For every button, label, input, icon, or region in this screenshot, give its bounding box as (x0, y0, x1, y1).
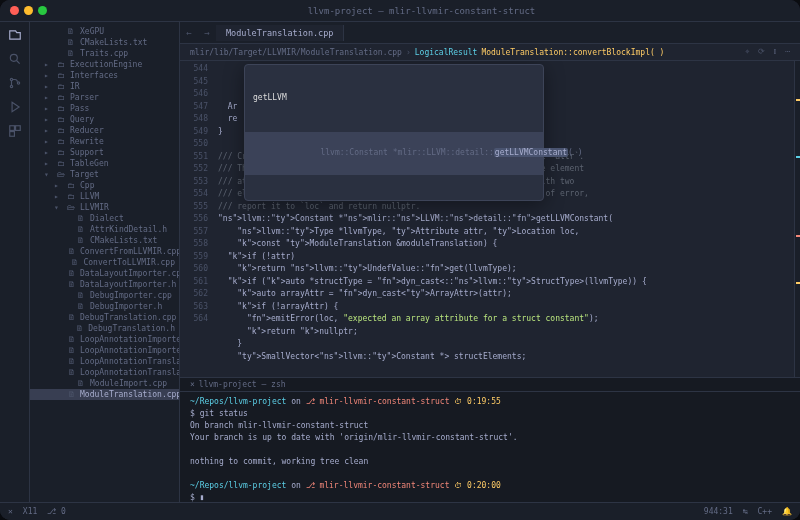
tree-item[interactable]: 🗎ModuleImport.cpp (30, 378, 179, 389)
status-error-icon[interactable]: ✕ (8, 507, 13, 516)
tree-item[interactable]: 🗎DebugTranslation.cpp (30, 312, 179, 323)
tree-item[interactable]: 🗎LoopAnnotationImporter.cpp (30, 334, 179, 345)
titlebar: llvm-project — mlir-llvmir-constant-stru… (0, 0, 800, 22)
terminal-output[interactable]: ~/Repos/llvm-project on ⎇ mlir-llvmir-co… (180, 392, 800, 502)
status-git[interactable]: ⎇ 0 (47, 507, 66, 516)
tree-item[interactable]: ▸🗀IR (30, 81, 179, 92)
tree-item[interactable]: 🗎Dialect (30, 213, 179, 224)
tree-item[interactable]: 🗎LoopAnnotationTranslation.cpp (30, 356, 179, 367)
status-bar: ✕ X11 ⎇ 0 944:31 ↹ C++ 🔔 (0, 502, 800, 520)
nav-back-button[interactable]: ← (180, 28, 198, 38)
autocomplete-query: getLLVM (245, 90, 543, 107)
maximize-window-button[interactable] (38, 6, 47, 15)
status-display[interactable]: X11 (23, 507, 37, 516)
tree-item[interactable]: 🗎DebugImporter.h (30, 301, 179, 312)
folder-open-icon: 🗁 (66, 203, 76, 212)
app-window: llvm-project — mlir-llvmir-constant-stru… (0, 0, 800, 520)
svg-point-3 (17, 82, 19, 84)
status-cursor-pos[interactable]: 944:31 (704, 507, 733, 516)
file-icon: 🗎 (66, 49, 76, 58)
extensions-icon[interactable] (8, 124, 22, 138)
folder-icon: 🗀 (56, 159, 66, 168)
more-icon[interactable]: ⋯ (785, 47, 790, 57)
folder-icon: 🗀 (56, 60, 66, 69)
line-gutter: 544 545 546 547 548 549 550 551 552 553 … (180, 61, 214, 377)
tree-item[interactable]: 🗎CMakeLists.txt (30, 235, 179, 246)
tree-item[interactable]: 🗎CMakeLists.txt (30, 37, 179, 48)
terminal-tab[interactable]: × llvm-project — zsh (180, 378, 800, 392)
tree-item[interactable]: ▸🗀Cpp (30, 180, 179, 191)
editor-tabbar: ← → ModuleTranslation.cpp (180, 22, 800, 44)
tree-item[interactable]: 🗎Traits.cpp (30, 48, 179, 59)
status-indent[interactable]: ↹ (743, 507, 748, 516)
tree-item[interactable]: 🗎ConvertFromLLVMIR.cpp (30, 246, 179, 257)
tree-item[interactable]: 🗎DataLayoutImporter.h (30, 279, 179, 290)
terminal-panel: × llvm-project — zsh ~/Repos/llvm-projec… (180, 377, 800, 502)
tree-item[interactable]: 🗎LoopAnnotationImporter.h (30, 345, 179, 356)
tree-item[interactable]: 🗎DebugTranslation.h (30, 323, 179, 334)
breadcrumb-func: ModuleTranslation::convertBlockImpl( ) (481, 48, 664, 57)
breadcrumb[interactable]: mlir/lib/Target/LLVMIR/ModuleTranslation… (180, 44, 800, 61)
file-icon: 🗎 (68, 313, 76, 322)
tree-item[interactable]: ▾🗁LLVMIR (30, 202, 179, 213)
tree-item[interactable]: ▸🗀Rewrite (30, 136, 179, 147)
svg-point-1 (10, 78, 12, 80)
activity-bar (0, 22, 30, 502)
tree-item[interactable]: ▸🗀Query (30, 114, 179, 125)
nav-forward-button[interactable]: → (198, 28, 216, 38)
status-language[interactable]: C++ (758, 507, 772, 516)
folder-icon: 🗀 (66, 192, 76, 201)
tree-item[interactable]: ▸🗀ExecutionEngine (30, 59, 179, 70)
tree-item[interactable]: 🗎DebugImporter.cpp (30, 290, 179, 301)
svg-point-0 (10, 54, 17, 61)
file-icon: 🗎 (68, 346, 76, 355)
code-editor[interactable]: 544 545 546 547 548 549 550 551 552 553 … (180, 61, 800, 377)
bell-icon[interactable]: 🔔 (782, 507, 792, 516)
file-icon: 🗎 (76, 214, 86, 223)
tree-item[interactable]: ▾🗁Target (30, 169, 179, 180)
tree-item[interactable]: 🗎AttrKindDetail.h (30, 224, 179, 235)
file-icon: 🗎 (76, 225, 86, 234)
minimize-window-button[interactable] (24, 6, 33, 15)
svg-rect-4 (9, 126, 14, 131)
close-window-button[interactable] (10, 6, 19, 15)
code-content[interactable]: getLLVM llvm::Constant *mlir::LLVM::deta… (214, 61, 794, 377)
file-icon: 🗎 (76, 236, 86, 245)
file-icon: 🗎 (76, 291, 86, 300)
autocomplete-item[interactable]: llvm::Constant *mlir::LLVM::detail::getL… (245, 132, 543, 176)
svg-rect-6 (9, 132, 14, 137)
search-icon[interactable] (8, 52, 22, 66)
split-icon[interactable]: ⫿ (773, 47, 777, 57)
window-title: llvm-project — mlir-llvmir-constant-stru… (53, 6, 790, 16)
refresh-icon[interactable]: ⟳ (758, 47, 765, 57)
tree-item[interactable]: ▸🗀LLVM (30, 191, 179, 202)
minimap[interactable] (794, 61, 800, 377)
tree-item[interactable]: ▸🗀Reducer (30, 125, 179, 136)
file-icon: 🗎 (68, 390, 76, 399)
tree-item[interactable]: ▸🗀TableGen (30, 158, 179, 169)
debug-icon[interactable] (8, 100, 22, 114)
file-icon: 🗎 (68, 357, 76, 366)
tree-item[interactable]: ▸🗀Support (30, 147, 179, 158)
file-explorer: 🗎XeGPU🗎CMakeLists.txt🗎Traits.cpp▸🗀Execut… (30, 22, 180, 502)
tree-item[interactable]: 🗎XeGPU (30, 26, 179, 37)
tree-item[interactable]: ▸🗀Interfaces (30, 70, 179, 81)
close-icon[interactable]: × (190, 380, 195, 389)
folder-icon: 🗀 (56, 82, 66, 91)
editor-tab[interactable]: ModuleTranslation.cpp (216, 25, 344, 41)
tree-item[interactable]: ▸🗀Pass (30, 103, 179, 114)
file-icon: 🗎 (66, 38, 76, 47)
git-icon[interactable] (8, 76, 22, 90)
tree-item[interactable]: 🗎ConvertToLLVMIR.cpp (30, 257, 179, 268)
explorer-icon[interactable] (8, 28, 22, 42)
autocomplete-popup[interactable]: getLLVM llvm::Constant *mlir::LLVM::deta… (244, 64, 544, 201)
tree-item[interactable]: 🗎DataLayoutImporter.cpp (30, 268, 179, 279)
tree-item[interactable]: 🗎ModuleTranslation.cpp (30, 389, 179, 400)
tree-item[interactable]: ▸🗀Parser (30, 92, 179, 103)
folder-icon: 🗀 (56, 126, 66, 135)
file-icon: 🗎 (68, 335, 76, 344)
compass-icon[interactable]: ⌖ (745, 47, 750, 57)
folder-open-icon: 🗁 (56, 170, 66, 179)
tree-item[interactable]: 🗎LoopAnnotationTranslation.h (30, 367, 179, 378)
file-icon: 🗎 (76, 302, 86, 311)
